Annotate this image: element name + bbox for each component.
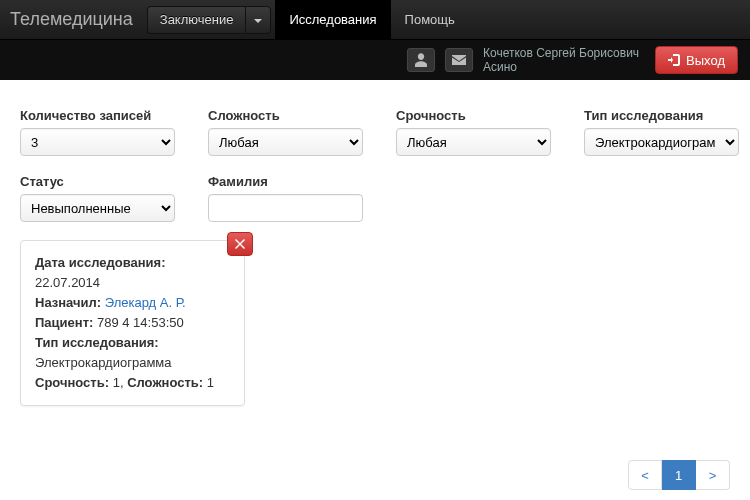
close-icon <box>235 239 245 249</box>
urgency-select[interactable]: Любая <box>396 128 551 156</box>
conclusion-caret-button[interactable] <box>245 6 271 34</box>
content: Количество записей 3 Сложность Любая Сро… <box>0 80 750 416</box>
user-location: Асино <box>483 60 639 74</box>
conclusion-dropdown: Заключение <box>147 6 272 34</box>
filter-complexity: Сложность Любая <box>208 108 378 156</box>
tab-help[interactable]: Помощь <box>391 0 469 40</box>
card-complexity-label: Сложность: <box>127 375 203 390</box>
card-urgency-label: Срочность: <box>35 375 109 390</box>
status-select[interactable]: Невыполненные <box>20 194 175 222</box>
surname-input[interactable] <box>208 194 363 222</box>
pager-page-1[interactable]: 1 <box>662 460 696 490</box>
card-close-button[interactable] <box>227 232 253 256</box>
conclusion-button[interactable]: Заключение <box>147 6 246 34</box>
status-label: Статус <box>20 174 190 189</box>
card-patient-value: 789 4 14:53:50 <box>97 315 184 330</box>
pager: < 1 > <box>628 460 730 490</box>
complexity-select[interactable]: Любая <box>208 128 363 156</box>
card-complexity-value: 1 <box>207 375 214 390</box>
userbar: Кочетков Сергей Борисович Асино Выход <box>0 40 750 80</box>
type-select[interactable]: Электрокардиограмма <box>584 128 739 156</box>
messages-button[interactable] <box>445 48 473 72</box>
type-label: Тип исследования <box>584 108 750 123</box>
pager-next[interactable]: > <box>696 460 730 490</box>
filters: Количество записей 3 Сложность Любая Сро… <box>20 108 730 222</box>
card-assigned-label: Назначил: <box>35 295 101 310</box>
surname-label: Фамилия <box>208 174 378 189</box>
profile-button[interactable] <box>407 48 435 72</box>
tab-studies[interactable]: Исследования <box>275 0 390 40</box>
card-date-value: 22.07.2014 <box>35 273 230 293</box>
card-patient-label: Пациент: <box>35 315 93 330</box>
study-card: Дата исследования: 22.07.2014 Назначил: … <box>20 240 245 406</box>
pager-prev[interactable]: < <box>628 460 662 490</box>
study-card-wrap: Дата исследования: 22.07.2014 Назначил: … <box>20 240 245 406</box>
user-name: Кочетков Сергей Борисович <box>483 46 639 60</box>
filter-urgency: Срочность Любая <box>396 108 566 156</box>
navbar: Телемедицина Заключение Исследования Пом… <box>0 0 750 40</box>
filter-surname: Фамилия <box>208 174 378 222</box>
chevron-down-icon <box>254 19 262 23</box>
card-urgency-value: 1 <box>113 375 120 390</box>
envelope-icon <box>452 55 466 65</box>
user-icon <box>415 53 427 67</box>
card-assigned-link[interactable]: Элекард А. Р. <box>105 295 186 310</box>
logout-label: Выход <box>686 53 725 68</box>
complexity-label: Сложность <box>208 108 378 123</box>
brand: Телемедицина <box>10 9 147 30</box>
urgency-label: Срочность <box>396 108 566 123</box>
filter-records: Количество записей 3 <box>20 108 190 156</box>
records-select[interactable]: 3 <box>20 128 175 156</box>
card-date-label: Дата исследования: <box>35 255 165 270</box>
card-type-label: Тип исследования: <box>35 335 159 350</box>
records-label: Количество записей <box>20 108 190 123</box>
filter-status: Статус Невыполненные <box>20 174 190 222</box>
logout-icon <box>668 54 680 66</box>
card-type-value: Электрокардиограмма <box>35 353 230 373</box>
user-info: Кочетков Сергей Борисович Асино <box>483 46 645 74</box>
logout-button[interactable]: Выход <box>655 46 738 74</box>
filter-type: Тип исследования Электрокардиограмма <box>584 108 750 156</box>
